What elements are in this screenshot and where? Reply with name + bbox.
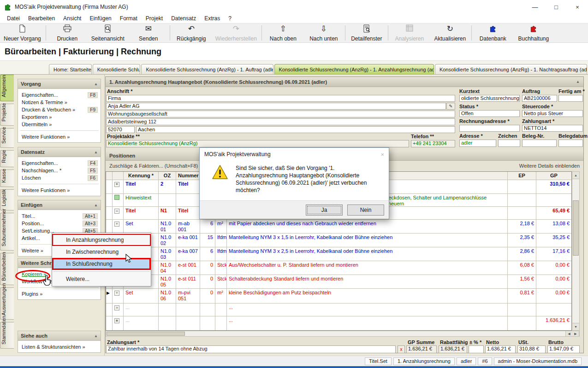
menu-item-weitere[interactable]: Weitere... — [52, 273, 151, 285]
close-icon[interactable]: × — [567, 0, 588, 14]
anschrift-firma-field[interactable]: Firma — [106, 95, 455, 102]
menu-datei[interactable]: Datei — [3, 14, 24, 23]
senden-button[interactable]: ✉ Senden — [128, 23, 169, 42]
append-row-icon[interactable]: ∗ — [114, 318, 119, 323]
seitenansicht-button[interactable]: Seitenansicht — [88, 23, 128, 42]
sidebar-item-weitere-funktionen-vorgang[interactable]: Weitere Funktionen » — [18, 133, 101, 140]
telefon-field[interactable]: +49 241 23304 — [411, 140, 455, 147]
panel-siehe-auch-header[interactable]: Siehe auch ▲ — [18, 331, 101, 341]
collapse-minus-icon[interactable]: − — [114, 209, 119, 214]
expand-plus-icon[interactable]: + — [114, 182, 119, 187]
anschrift-zusatz-field[interactable]: Wohnungsbaugesellschaft — [106, 111, 455, 117]
panel-datensatz-header[interactable]: Datensatz ▲ — [18, 147, 101, 157]
maximize-icon[interactable]: □ — [546, 0, 567, 14]
menu-ansicht[interactable]: Ansicht — [59, 14, 85, 23]
pen-icon[interactable]: ✎ — [446, 103, 455, 110]
menu-item-in-schlussrechnung[interactable]: In Schlußrechnung — [52, 258, 151, 270]
side-tab-logistik[interactable]: Logistik — [0, 189, 14, 210]
ja-button[interactable]: Ja — [306, 204, 343, 216]
side-tab-projekte[interactable]: Projekte — [0, 104, 14, 126]
sidebar-item-listen-strukturansichten[interactable]: Listen & Strukturansichten » — [18, 343, 101, 350]
side-tab-kasse[interactable]: Kasse — [0, 169, 14, 187]
collapse-icon[interactable]: ▲ — [94, 334, 98, 338]
sidebar-item-titel-einfuegen[interactable]: Titel...Alt+1 — [18, 212, 101, 220]
sidebar-item-notizen-termine[interactable]: Notizen & Termine » — [18, 99, 101, 106]
tab-konsolidierte-schlussrechnung[interactable]: Konsolidierte Schlu — [93, 64, 141, 74]
dialog-close-icon[interactable]: × — [380, 151, 384, 158]
menu-format[interactable]: Format — [116, 14, 142, 23]
nach-unten-button[interactable]: ⇩ Nach unten — [303, 23, 344, 42]
status-field[interactable]: Offen — [459, 110, 520, 117]
minimize-icon[interactable]: — — [524, 0, 546, 14]
sidebar-item-exportieren[interactable]: Exportieren » — [18, 113, 101, 121]
detailfenster-button[interactable]: Detailfenster — [346, 23, 387, 42]
scrollbar-thumb[interactable] — [107, 332, 185, 336]
jump-row-icon[interactable]: » — [114, 305, 119, 310]
scroll-left-icon[interactable]: ◀ — [565, 331, 572, 336]
side-tab-service[interactable]: Service — [0, 128, 14, 148]
aktualisieren-button[interactable]: ↻ Aktualisieren — [430, 23, 470, 42]
adresse-field[interactable]: adler — [459, 140, 496, 147]
projektakte-link[interactable]: Konsolidierte Schlussrechnung (AnzRg) — [106, 140, 409, 147]
menu-extras[interactable]: Extras — [200, 14, 224, 23]
side-tab-auswertungen[interactable]: Auswertungen — [0, 287, 14, 320]
neuer-vorgang-button[interactable]: Neuer Vorgang — [0, 23, 45, 42]
col-kennung[interactable]: Kennung * — [124, 172, 159, 180]
zuschlaege-faktoren-link[interactable]: Zuschläge & Faktoren... (Umschalt+F8) — [109, 163, 198, 169]
sidebar-item-plugins[interactable]: Plugins » — [18, 290, 101, 298]
menu-einfuegen[interactable]: Einfügen — [85, 14, 115, 23]
side-tab-bueroarbeiten[interactable]: Büroarbeiten — [0, 253, 14, 285]
fertig-am-field[interactable] — [558, 95, 583, 102]
tab-anzahlungsrechnung-adler[interactable]: Konsolidierte Schlussrechnung (AnzRg) - … — [274, 64, 434, 74]
col-gp[interactable]: GP — [536, 172, 571, 180]
menu-projekt[interactable]: Projekt — [142, 14, 167, 23]
datenbank-button[interactable]: Datenbank — [473, 23, 513, 42]
sidebar-item-eigenschaften-datensatz[interactable]: Eigenschaften...F4 — [18, 159, 101, 167]
sidebar-item-position-einfuegen[interactable]: Position...Alt+3 — [18, 220, 101, 227]
sidebar-item-uebermitteln[interactable]: Übermitteln » — [18, 121, 101, 128]
tab-home-startseite[interactable]: Home: Startseite — [49, 64, 92, 74]
col-nummer[interactable]: Nummer — [176, 172, 200, 180]
side-tab-regie[interactable]: Regie — [0, 150, 14, 167]
expand-plus-icon[interactable]: + — [114, 291, 119, 296]
sidebar-item-loeschen[interactable]: LöschenF6 — [18, 174, 101, 181]
zeichen-field[interactable] — [498, 140, 520, 147]
collapse-icon[interactable]: ▲ — [94, 150, 98, 154]
collapse-icon[interactable]: ▲ — [94, 203, 98, 207]
menu-datensatz[interactable]: Datensatz — [167, 14, 200, 23]
expand-plus-icon[interactable]: + — [114, 222, 119, 227]
collapse-icon[interactable]: ▲ — [94, 82, 98, 86]
nach-oben-button[interactable]: ⇧ Nach oben — [263, 23, 303, 42]
auftrag-field[interactable]: AB2100006 — [522, 95, 557, 102]
scroll-up-icon[interactable]: ▲ — [572, 172, 579, 179]
side-tab-stammdaten[interactable]: Stammdaten — [0, 322, 14, 349]
clear-icon[interactable]: x — [398, 345, 405, 353]
anschrift-name-field[interactable]: Anja Adler AG — [106, 103, 446, 110]
vertical-scrollbar[interactable]: ▲ ▼ — [572, 171, 580, 331]
tab-auftrag-adler[interactable]: Konsolidierte Schlussrechnung (AnzRg) - … — [141, 64, 273, 74]
zahlungsart-text-field[interactable]: Zahlbar innerhalb von 14 Tagen ohne Abzu… — [106, 345, 396, 353]
sidebar-item-weitere-funktionen-datensatz[interactable]: Weitere Funktionen » — [18, 187, 101, 194]
sidebar-item-drucken-verbuchen[interactable]: Drucken & Verbuchen »F9 — [18, 106, 101, 113]
menu-item-in-anzahlungsrechnung[interactable]: In Anzahlungsrechnung — [52, 234, 151, 246]
tab-nachtragsauftrag-adler[interactable]: Konsolidierte Schlussrechnung (AnzRg) - … — [435, 64, 587, 74]
menu-bearbeiten[interactable]: Bearbeiten — [24, 14, 59, 23]
side-tab-subunternehmer[interactable]: Subunternehmer — [0, 213, 14, 251]
panel-vorgang-header[interactable]: Vorgang ▲ — [18, 79, 101, 89]
beleg-nr-field[interactable] — [522, 140, 557, 147]
collapse-icon[interactable]: ▲ — [576, 80, 580, 84]
plz-field[interactable]: 52070 — [106, 126, 135, 133]
drucken-button[interactable]: Drucken — [47, 23, 88, 42]
prozent-field[interactable] — [469, 345, 484, 353]
rechnungsadresse-field[interactable] — [459, 125, 520, 132]
ort-field[interactable]: Aachen — [136, 126, 455, 133]
belegdatum-field[interactable] — [558, 140, 583, 147]
panel-einfuegen-header[interactable]: Einfügen ▲ — [18, 200, 101, 210]
sidebar-item-nachschlagen[interactable]: Nachschlagen... *F5 — [18, 167, 101, 174]
scrollbar-thumb[interactable] — [573, 200, 579, 256]
nein-button[interactable]: Nein — [347, 204, 384, 216]
zahlungsart-code-field[interactable]: NETTO14 — [522, 125, 583, 132]
col-oz[interactable]: OZ — [159, 172, 176, 180]
scroll-right-icon[interactable]: ▶ — [572, 331, 579, 336]
col-ep[interactable]: EP — [508, 172, 536, 180]
